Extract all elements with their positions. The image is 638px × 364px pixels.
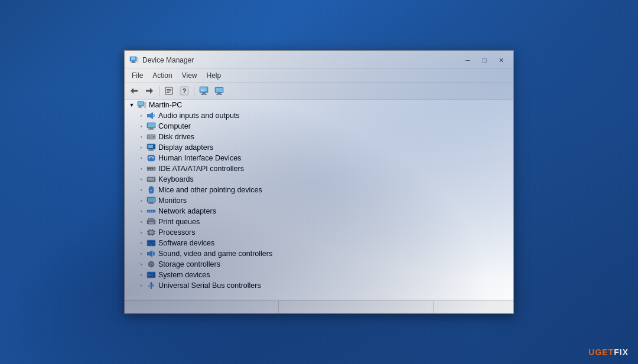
watermark-suffix: FIX — [614, 347, 629, 357]
watermark: UGETFIX — [588, 347, 629, 357]
watermark-prefix: UGET — [588, 347, 614, 357]
